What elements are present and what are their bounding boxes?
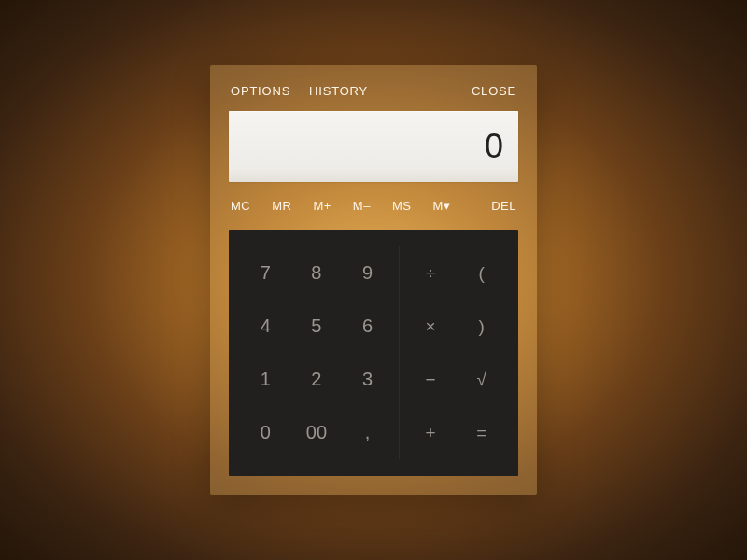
display-value: 0 [485,127,503,166]
menu-bar: OPTIONS HISTORY CLOSE [229,84,518,98]
key-9[interactable]: 9 [342,246,393,300]
memory-menu[interactable]: M▾ [432,199,450,213]
options-menu[interactable]: OPTIONS [231,84,290,98]
memory-recall[interactable]: MR [272,199,291,213]
memory-add[interactable]: M+ [313,199,331,213]
key-0[interactable]: 0 [240,406,291,459]
key-1[interactable]: 1 [240,353,291,406]
memory-store[interactable]: MS [392,199,412,213]
history-menu[interactable]: HISTORY [309,84,368,98]
key-add[interactable]: + [405,406,457,459]
key-subtract[interactable]: − [405,353,457,406]
number-pad: 7 8 9 4 5 6 1 2 3 0 00 , [240,246,400,459]
key-6[interactable]: 6 [342,300,393,353]
keypad: 7 8 9 4 5 6 1 2 3 0 00 , ÷ ( × ) − √ + = [229,230,518,476]
close-button[interactable]: CLOSE [472,84,516,98]
key-sqrt[interactable]: √ [456,353,507,406]
memory-clear[interactable]: MC [231,199,250,213]
operator-pad: ÷ ( × ) − √ + = [400,246,507,459]
key-2[interactable]: 2 [291,353,343,406]
memory-row: MC MR M+ M– MS M▾ DEL [229,199,518,213]
key-7[interactable]: 7 [240,246,291,300]
key-8[interactable]: 8 [291,246,343,300]
key-multiply[interactable]: × [405,300,457,353]
key-3[interactable]: 3 [342,353,393,406]
delete-button[interactable]: DEL [491,199,516,213]
calculator-panel: OPTIONS HISTORY CLOSE 0 MC MR M+ M– MS M… [210,65,537,495]
key-00[interactable]: 00 [291,406,343,459]
display: 0 [229,111,518,182]
key-rparen[interactable]: ) [456,300,507,353]
memory-subtract[interactable]: M– [353,199,371,213]
key-equals[interactable]: = [456,406,507,459]
key-5[interactable]: 5 [291,300,343,353]
key-lparen[interactable]: ( [456,246,507,300]
key-4[interactable]: 4 [240,300,291,353]
key-decimal[interactable]: , [342,406,393,459]
key-divide[interactable]: ÷ [405,246,457,300]
